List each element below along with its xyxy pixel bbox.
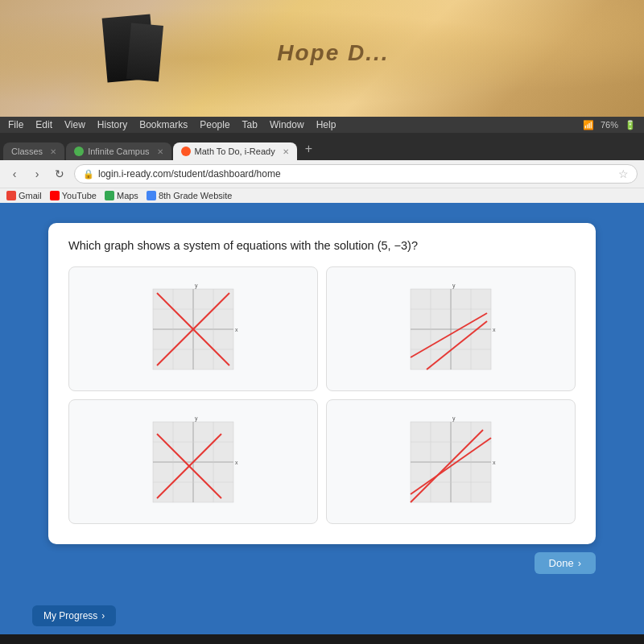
main-content: Which graph shows a system of equations … xyxy=(0,203,644,597)
tab-infinite-label: Infinite Campus xyxy=(88,147,149,156)
tab-infinite-icon xyxy=(74,147,84,156)
graph-b-svg: x y xyxy=(402,281,499,378)
youtube-icon xyxy=(50,191,60,200)
youtube-label: YouTube xyxy=(62,191,97,200)
menu-history[interactable]: History xyxy=(97,119,127,130)
battery-icon: 🔋 xyxy=(625,120,636,130)
tabs-bar: Classes ✕ Infinite Campus ✕ Math To Do, … xyxy=(0,133,644,160)
photo-text: Hope D... xyxy=(277,40,389,66)
gmail-icon xyxy=(6,191,16,200)
tab-classes-close[interactable]: ✕ xyxy=(50,147,56,156)
svg-text:x: x xyxy=(235,460,238,465)
graph-a[interactable]: x y xyxy=(68,266,318,391)
bookmarks-bar: Gmail YouTube Maps 8th Grade Website xyxy=(0,188,644,203)
bottom-bar: My Progress › xyxy=(0,597,644,634)
browser-chrome: File Edit View History Bookmarks People … xyxy=(0,117,644,203)
my-progress-arrow-icon: › xyxy=(101,610,105,621)
refresh-button[interactable]: ↻ xyxy=(52,166,68,182)
menu-bar: File Edit View History Bookmarks People … xyxy=(0,117,644,133)
battery-area: 📶 76% 🔋 xyxy=(583,120,636,130)
bookmark-star-icon[interactable]: ☆ xyxy=(618,167,629,180)
done-button[interactable]: Done › xyxy=(535,552,596,574)
bookmark-school[interactable]: 8th Grade Website xyxy=(147,191,233,200)
back-button[interactable]: ‹ xyxy=(6,166,23,182)
gmail-label: Gmail xyxy=(19,191,42,200)
graph-d[interactable]: x y xyxy=(326,399,576,524)
graph-c-svg: x y xyxy=(145,414,242,510)
tab-iready[interactable]: Math To Do, i-Ready ✕ xyxy=(173,142,297,160)
menu-file[interactable]: File xyxy=(8,119,23,130)
svg-text:y: y xyxy=(195,283,198,289)
menu-bookmarks[interactable]: Bookmarks xyxy=(139,119,188,130)
question-card: Which graph shows a system of equations … xyxy=(48,223,596,544)
graph-c[interactable]: x y xyxy=(68,399,318,524)
menu-window[interactable]: Window xyxy=(270,119,304,130)
my-progress-label: My Progress xyxy=(43,610,97,621)
svg-text:y: y xyxy=(452,283,456,289)
tab-iready-label: Math To Do, i-Ready xyxy=(195,147,275,156)
done-label: Done xyxy=(549,557,574,569)
bookmark-youtube[interactable]: YouTube xyxy=(50,191,97,200)
tab-classes[interactable]: Classes ✕ xyxy=(3,142,64,160)
menu-help[interactable]: Help xyxy=(316,119,336,130)
svg-text:y: y xyxy=(452,415,456,422)
school-icon xyxy=(147,191,156,200)
my-progress-button[interactable]: My Progress › xyxy=(32,605,116,626)
maps-icon xyxy=(105,191,114,200)
tab-infinite-close[interactable]: ✕ xyxy=(157,147,163,156)
graph-a-svg: x y xyxy=(145,281,242,378)
menu-people[interactable]: People xyxy=(200,119,229,130)
forward-button[interactable]: › xyxy=(29,166,45,182)
tab-iready-icon xyxy=(181,147,191,156)
new-tab-button[interactable]: + xyxy=(299,138,319,160)
done-button-row: Done › xyxy=(48,552,596,574)
question-text: Which graph shows a system of equations … xyxy=(68,239,576,252)
graphs-grid: x y x y xyxy=(68,266,576,524)
top-photo: Hope D... xyxy=(0,0,644,117)
bookmark-gmail[interactable]: Gmail xyxy=(6,191,42,200)
graph-b[interactable]: x y xyxy=(326,266,576,391)
menu-view[interactable]: View xyxy=(64,119,85,130)
bookmark-maps[interactable]: Maps xyxy=(105,191,138,200)
wifi-icon: 📶 xyxy=(583,120,594,130)
svg-text:y: y xyxy=(195,415,198,422)
url-field[interactable]: 🔒 login.i-ready.com/student/dashboard/ho… xyxy=(74,164,638,184)
battery-level: 76% xyxy=(601,120,618,130)
svg-text:x: x xyxy=(493,460,496,465)
graph-d-svg: x y xyxy=(402,414,499,510)
url-text: login.i-ready.com/student/dashboard/home xyxy=(98,168,281,180)
school-label: 8th Grade Website xyxy=(159,191,233,200)
svg-text:x: x xyxy=(235,327,238,332)
tab-infinite-campus[interactable]: Infinite Campus ✕ xyxy=(66,142,171,160)
menu-edit[interactable]: Edit xyxy=(35,119,52,130)
maps-label: Maps xyxy=(117,191,138,200)
lock-icon: 🔒 xyxy=(83,169,94,180)
svg-text:x: x xyxy=(493,327,496,332)
tab-classes-label: Classes xyxy=(11,147,43,156)
tab-iready-close[interactable]: ✕ xyxy=(283,147,289,156)
url-bar-row: ‹ › ↻ 🔒 login.i-ready.com/student/dashbo… xyxy=(0,160,644,188)
done-arrow-icon: › xyxy=(578,557,581,569)
menu-tab[interactable]: Tab xyxy=(242,119,258,130)
